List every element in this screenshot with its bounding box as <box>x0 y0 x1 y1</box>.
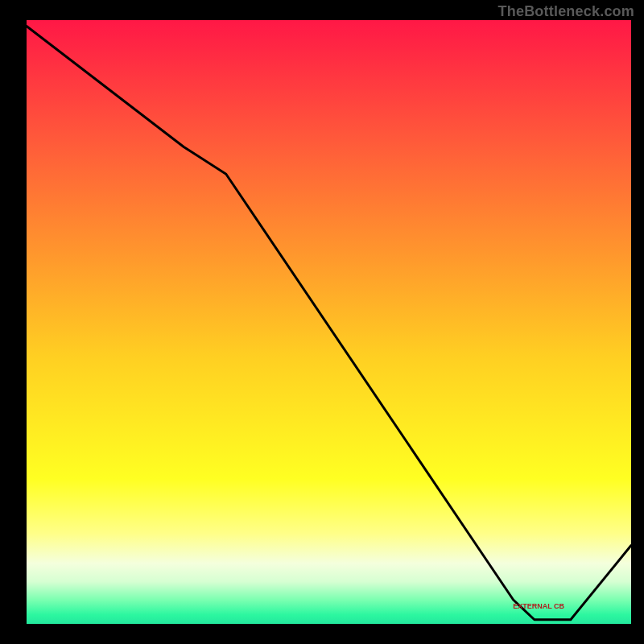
chart-background <box>27 20 631 624</box>
chart-annotation-label: EXTERNAL CB <box>513 602 564 610</box>
watermark-text: TheBottleneck.com <box>498 3 634 20</box>
chart-svg: EXTERNAL CB <box>0 0 644 644</box>
